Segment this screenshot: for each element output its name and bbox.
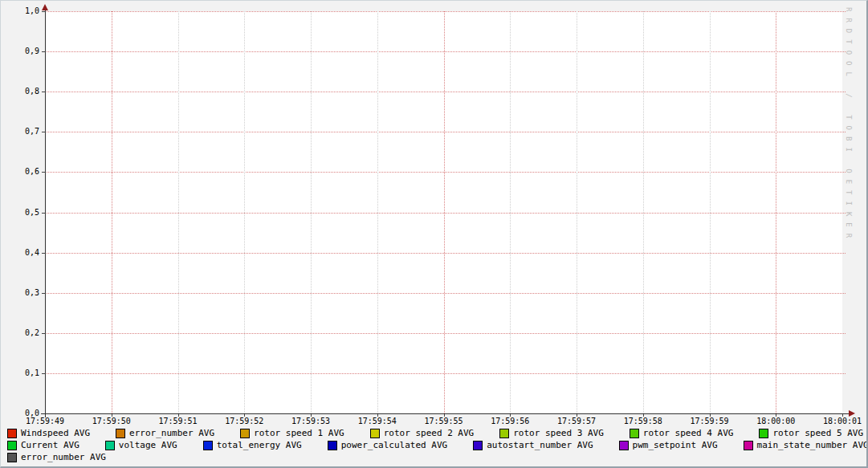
legend-label: rotor speed 4 AVG: [643, 428, 734, 438]
x-axis-tick-label: 17:59:57: [544, 417, 609, 426]
legend-item: pwm_setpoint AVG: [619, 440, 718, 450]
legend-label: rotor speed 1 AVG: [254, 428, 344, 438]
x-axis-tick-label: 17:59:51: [146, 417, 210, 426]
legend-item: total_energy AVG: [203, 440, 302, 450]
y-axis-tick-label: 0,2: [2, 328, 39, 338]
legend-swatch-icon: [619, 441, 629, 450]
legend-swatch-icon: [7, 441, 17, 450]
legend-item: rotor speed 4 AVG: [630, 428, 734, 438]
legend-label: rotor speed 2 AVG: [384, 428, 475, 438]
legend-label: Windspeed AVG: [21, 428, 90, 438]
y-axis-tick-label: 0,5: [2, 208, 39, 218]
legend-item: main_state_number AVG: [744, 440, 868, 450]
legend-label: autostart_number AVG: [487, 440, 593, 450]
x-gridline-minor: [643, 11, 644, 413]
y-gridline: [45, 11, 846, 12]
legend-swatch-icon: [7, 453, 17, 462]
x-gridline-minor: [178, 11, 179, 413]
y-gridline: [45, 51, 846, 52]
y-axis-tick-label: 0,1: [2, 368, 39, 378]
y-gridline: [45, 92, 846, 92]
x-axis-arrow-icon: [849, 410, 855, 417]
x-gridline-major: [776, 11, 776, 413]
rrd-graph: 1,00,90,80,70,60,50,40,30,20,10,0 17:59:…: [0, 0, 868, 468]
legend-item: error_number AVG: [7, 452, 106, 462]
legend-swatch-icon: [203, 441, 213, 450]
legend-label: error_number AVG: [21, 452, 106, 462]
x-axis-tick-label: 17:59:53: [279, 417, 343, 426]
legend-swatch-icon: [630, 429, 639, 438]
legend-item: rotor speed 2 AVG: [370, 428, 475, 438]
legend-item: voltage AVG: [105, 440, 177, 450]
legend-row: error_number AVG: [7, 451, 868, 463]
legend-item: power_calculated AVG: [328, 440, 447, 450]
x-axis-tick-label: 17:59:52: [212, 417, 276, 426]
legend-item: Windspeed AVG: [7, 428, 90, 438]
x-axis-tick-label: 17:59:49: [13, 417, 77, 426]
legend-swatch-icon: [105, 441, 115, 450]
x-axis-tick-label: 18:00:01: [810, 417, 868, 426]
x-gridline-minor: [311, 11, 312, 413]
y-axis: [45, 8, 46, 417]
x-axis-tick-label: 17:59:54: [345, 417, 410, 426]
y-gridline: [45, 373, 846, 374]
legend-swatch-icon: [744, 441, 753, 450]
y-gridline: [45, 293, 846, 294]
x-axis-tick-label: 17:59:50: [79, 417, 144, 426]
legend-swatch-icon: [240, 429, 250, 438]
legend-item: autostart_number AVG: [473, 440, 593, 450]
x-axis: [41, 413, 849, 414]
y-axis-tick-label: 0,6: [2, 167, 39, 177]
legend-swatch-icon: [328, 441, 337, 450]
legend-row: Current AVGvoltage AVGtotal_energy AVGpo…: [7, 439, 868, 451]
legend-item: Current AVG: [7, 440, 79, 450]
y-gridline: [45, 333, 846, 334]
legend-item: rotor speed 5 AVG: [759, 428, 863, 438]
y-gridline: [45, 132, 846, 132]
x-gridline-major: [444, 11, 445, 413]
legend-label: Current AVG: [21, 440, 79, 450]
y-axis-tick-label: 0,8: [2, 87, 39, 96]
x-gridline-minor: [510, 11, 511, 413]
legend-label: pwm_setpoint AVG: [633, 440, 718, 450]
x-gridline-major: [112, 11, 112, 413]
legend-label: total_energy AVG: [217, 440, 302, 450]
x-gridline-minor: [710, 11, 711, 413]
legend-swatch-icon: [370, 429, 380, 438]
legend-item: rotor speed 1 AVG: [240, 428, 344, 438]
legend-label: power_calculated AVG: [341, 440, 447, 450]
x-axis-tick-label: 17:59:58: [611, 417, 675, 426]
legend-swatch-icon: [7, 429, 17, 438]
y-axis-arrow-icon: [42, 4, 48, 10]
legend: Windspeed AVGerror_number AVGrotor speed…: [7, 427, 868, 463]
legend-swatch-icon: [759, 429, 768, 438]
legend-label: rotor speed 3 AVG: [513, 428, 604, 438]
y-axis-tick-label: 0,4: [2, 248, 39, 258]
x-axis-tick-label: 17:59:56: [478, 417, 542, 426]
legend-swatch-icon: [116, 429, 125, 438]
y-axis-tick-label: 0,3: [2, 288, 39, 298]
y-axis-tick-label: 0,7: [2, 127, 39, 136]
x-gridline-minor: [377, 11, 378, 413]
y-axis-tick-label: 1,0: [2, 6, 39, 16]
legend-swatch-icon: [473, 441, 483, 450]
legend-item: error_number AVG: [116, 428, 214, 438]
y-axis-tick-label: 0,9: [2, 47, 39, 56]
y-gridline: [45, 253, 846, 254]
x-gridline-minor: [244, 11, 245, 413]
x-axis-tick-label: 17:59:55: [412, 417, 476, 426]
legend-label: voltage AVG: [119, 440, 177, 450]
legend-item: rotor speed 3 AVG: [499, 428, 604, 438]
y-gridline: [45, 172, 846, 173]
x-axis-tick-label: 17:59:59: [678, 417, 742, 426]
legend-row: Windspeed AVGerror_number AVGrotor speed…: [7, 427, 868, 439]
legend-swatch-icon: [499, 429, 509, 438]
watermark: RRDTOOL / TOBI OETIKER: [845, 7, 853, 272]
legend-label: error_number AVG: [129, 428, 214, 438]
legend-label: main_state_number AVG: [757, 440, 868, 450]
y-gridline: [45, 213, 846, 214]
x-axis-tick-label: 18:00:00: [744, 417, 808, 426]
x-gridline-minor: [577, 11, 577, 413]
legend-label: rotor speed 5 AVG: [772, 428, 863, 438]
